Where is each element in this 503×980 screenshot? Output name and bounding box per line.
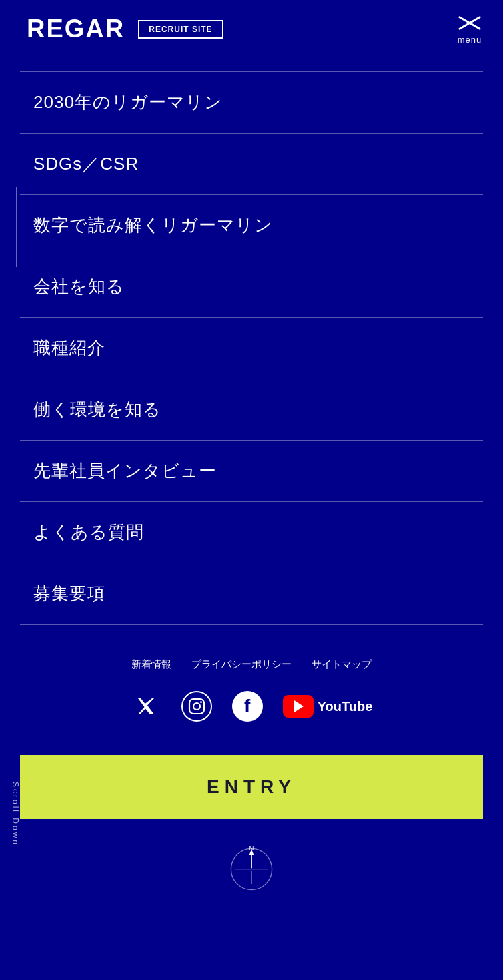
nav-item-environment[interactable]: 働く環境を知る: [20, 379, 483, 440]
main-nav: 2030年のリガーマリン SDGs／CSR 数字で読み解くリガーマリン 会社を知…: [20, 58, 483, 625]
youtube-play-icon: [283, 695, 314, 718]
youtube-label: YouTube: [318, 699, 373, 714]
nav-item-2030[interactable]: 2030年のリガーマリン: [20, 71, 483, 133]
nav-item-numbers[interactable]: 数字で読み解くリガーマリン: [20, 194, 483, 256]
compass-icon: N: [228, 846, 275, 893]
compass-wrap: N: [0, 846, 503, 906]
svg-rect-0: [189, 699, 204, 714]
footer-link-privacy[interactable]: プライバシーポリシー: [191, 658, 292, 671]
menu-button[interactable]: menu: [456, 13, 483, 45]
nav-item-jobs[interactable]: 職種紹介: [20, 317, 483, 379]
facebook-f-letter: f: [244, 697, 250, 716]
footer-links: 新着情報 プライバシーポリシー サイトマップ: [0, 658, 503, 671]
social-row: f YouTube: [0, 691, 503, 722]
nav-item-interviews[interactable]: 先輩社員インタビュー: [20, 440, 483, 501]
header-left: REGAR RECRUIT SITE: [27, 15, 223, 43]
menu-label: menu: [458, 35, 482, 45]
footer-link-news[interactable]: 新着情報: [131, 658, 171, 671]
nav-item-recruitment[interactable]: 募集要項: [20, 563, 483, 625]
scroll-down-label: Scroll Down: [11, 782, 20, 846]
svg-point-2: [200, 701, 202, 703]
facebook-icon[interactable]: f: [232, 691, 263, 722]
scroll-line: [16, 187, 17, 267]
youtube-link[interactable]: YouTube: [283, 695, 373, 718]
nav-item-company[interactable]: 会社を知る: [20, 256, 483, 317]
footer-link-sitemap[interactable]: サイトマップ: [312, 658, 372, 671]
x-twitter-icon[interactable]: [131, 691, 161, 722]
nav-item-faq[interactable]: よくある質問: [20, 501, 483, 563]
header: REGAR RECRUIT SITE menu: [0, 0, 503, 58]
menu-close-icon: [456, 13, 483, 32]
recruit-badge[interactable]: RECRUIT SITE: [138, 20, 223, 39]
nav-item-sdgs[interactable]: SDGs／CSR: [20, 133, 483, 194]
instagram-icon[interactable]: [181, 691, 212, 722]
entry-button[interactable]: ENTRY: [20, 755, 483, 819]
logo[interactable]: REGAR: [27, 15, 125, 43]
svg-point-1: [193, 703, 200, 710]
